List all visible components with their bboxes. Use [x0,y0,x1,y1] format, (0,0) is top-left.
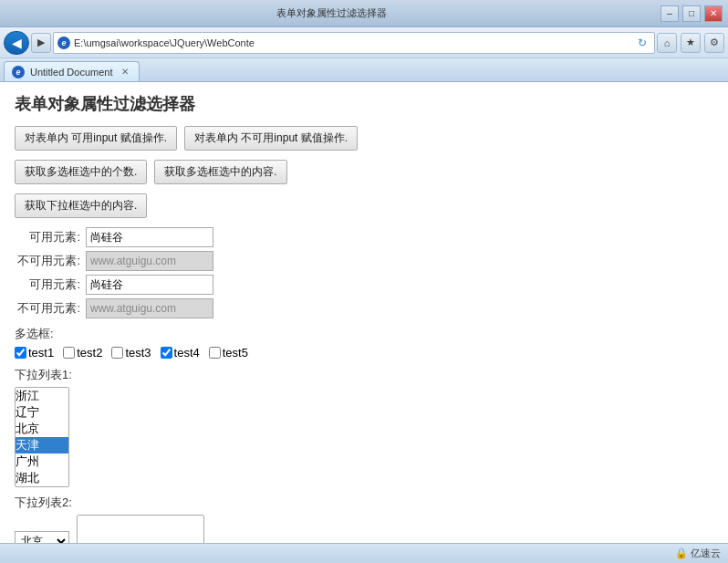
select1-section-label: 下拉列表1: [15,367,713,383]
minimize-button[interactable]: – [660,5,679,22]
select-row-2: 北京上海广州深圳 [15,515,713,543]
checkbox-item-test5[interactable]: test5 [209,346,248,360]
checkbox-item-test4[interactable]: test4 [161,346,200,360]
checkbox-test2[interactable] [63,347,75,359]
checkbox-label-test4: test4 [174,346,200,360]
tab-ie-icon: e [12,66,25,78]
status-bar: 🔒 亿速云 [0,543,728,563]
checkbox-label-test1: test1 [28,346,54,360]
checkbox-item-test2[interactable]: test2 [63,346,102,360]
close-button[interactable]: ✕ [704,5,723,22]
checkbox-test3[interactable] [111,347,123,359]
field-row-enabled-2: 可用元素: [15,275,713,295]
checkbox-item-test3[interactable]: test3 [111,346,151,360]
enabled-label-1: 可用元素: [15,229,80,245]
select-2-large[interactable] [77,515,204,543]
home-button[interactable]: ⌂ [657,33,677,53]
btn-enable-input[interactable]: 对表单内 可用input 赋值操作. [15,126,177,151]
favorites-button[interactable]: ★ [681,33,701,53]
address-bar[interactable]: e E:\umgsai\workspace\JQuery\WebConte ↻ [53,32,655,54]
back-button[interactable]: ◀ [4,31,29,55]
button-row-1: 对表单内 可用input 赋值操作. 对表单内 不可用input 赋值操作. [15,126,713,151]
enabled-input-2[interactable] [86,275,213,295]
disabled-input-1 [86,251,213,271]
checkbox-section-label: 多选框: [15,326,713,342]
restore-button[interactable]: □ [682,5,701,22]
checkbox-test1[interactable] [15,347,26,359]
forward-button[interactable]: ▶ [31,33,51,53]
browser-tab[interactable]: e Untitled Document ✕ [4,61,140,81]
page-title: 表单对象属性过滤选择器 [15,93,713,115]
checkbox-test5[interactable] [209,347,221,359]
btn-get-checkbox-count[interactable]: 获取多选框选中的个数. [15,160,147,184]
btn-get-select-content[interactable]: 获取下拉框选中的内容. [15,193,147,218]
disabled-label-1: 不可用元素: [15,253,80,269]
checkbox-label-test5: test5 [223,346,248,360]
select-2-small[interactable]: 北京上海广州深圳 [15,531,69,543]
checkbox-row: test1test2test3test4test5 [15,346,713,360]
field-row-enabled-1: 可用元素: [15,227,713,247]
address-text: E:\umgsai\workspace\JQuery\WebConte [74,37,630,48]
btn-disable-input[interactable]: 对表单内 不可用input 赋值操作. [184,126,358,151]
refresh-button[interactable]: ↻ [634,35,650,51]
checkbox-test4[interactable] [161,347,172,359]
btn-get-checkbox-content[interactable]: 获取多选框选中的内容. [154,160,286,184]
button-row-2: 获取多选框选中的个数. 获取多选框选中的内容. [15,160,713,184]
select2-section-label: 下拉列表2: [15,495,713,511]
tab-close-button[interactable]: ✕ [119,66,131,78]
title-bar-text: 表单对象属性过滤选择器 [5,6,657,20]
status-logo: 🔒 亿速云 [675,547,721,560]
ie-icon: e [57,36,70,49]
button-row-3: 获取下拉框选中的内容. [15,193,713,218]
checkbox-label-test3: test3 [125,346,151,360]
content-area: 表单对象属性过滤选择器 对表单内 可用input 赋值操作. 对表单内 不可用i… [0,82,728,543]
tab-bar: e Untitled Document ✕ [0,58,728,82]
enabled-input-1[interactable] [86,227,213,247]
tab-title: Untitled Document [30,67,113,78]
nav-bar: ◀ ▶ e E:\umgsai\workspace\JQuery\WebCont… [0,27,728,58]
checkbox-label-test2: test2 [77,346,102,360]
tools-button[interactable]: ⚙ [704,33,724,53]
field-row-disabled-1: 不可用元素: [15,251,713,271]
enabled-label-2: 可用元素: [15,276,80,293]
disabled-input-2 [86,298,213,318]
checkbox-item-test1[interactable]: test1 [15,346,54,360]
field-row-disabled-2: 不可用元素: [15,298,713,318]
title-bar: 表单对象属性过滤选择器 – □ ✕ [0,0,728,27]
select-list-1[interactable]: 浙江辽宁北京天津广州湖北 [15,387,69,487]
disabled-label-2: 不可用元素: [15,300,80,317]
